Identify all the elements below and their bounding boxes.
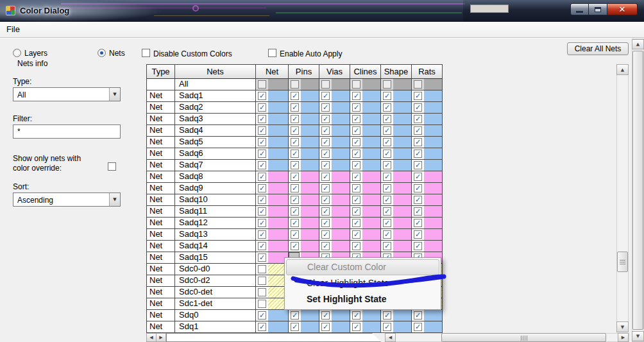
net-check-cell[interactable]: ✓ xyxy=(256,114,289,125)
table-row[interactable]: NetSadq1✓✓✓✓✓✓ xyxy=(147,90,443,102)
scroll-right-icon[interactable]: ▶ xyxy=(618,333,629,342)
column-header-rats[interactable]: Rats xyxy=(412,65,443,79)
net-checkbox[interactable]: ✓ xyxy=(321,196,330,204)
net-check-cell[interactable]: ✓ xyxy=(319,310,350,321)
net-check-cell[interactable]: ✓ xyxy=(319,241,350,252)
net-checkbox[interactable]: ✓ xyxy=(291,184,299,192)
list-tab[interactable] xyxy=(166,333,381,342)
table-row[interactable]: NetSadq4✓✓✓✓✓✓ xyxy=(147,125,443,137)
net-check-cell[interactable]: ✓ xyxy=(350,241,381,252)
table-row[interactable]: NetSadq3✓✓✓✓✓✓ xyxy=(147,114,443,125)
table-row[interactable]: NetSadq11✓✓✓✓✓✓ xyxy=(147,206,443,218)
color-swatch[interactable] xyxy=(362,229,380,240)
color-swatch[interactable] xyxy=(393,194,411,205)
color-swatch[interactable] xyxy=(332,241,350,252)
table-row[interactable]: NetSadq8✓✓✓✓✓✓ xyxy=(147,171,443,183)
net-checkbox[interactable]: ✓ xyxy=(258,150,266,158)
net-check-cell[interactable]: ✓ xyxy=(256,183,289,194)
net-checkbox[interactable]: ✓ xyxy=(291,126,299,135)
net-check-cell[interactable]: ✓ xyxy=(289,218,319,229)
net-check-cell[interactable]: ✓ xyxy=(256,102,289,114)
color-swatch[interactable] xyxy=(424,321,442,332)
net-checkbox[interactable]: ✓ xyxy=(258,323,266,331)
net-check-cell[interactable]: ✓ xyxy=(381,114,412,125)
net-checkbox[interactable]: ✓ xyxy=(414,196,422,204)
close-button[interactable]: ✕ xyxy=(607,3,638,15)
color-swatch[interactable] xyxy=(268,194,288,205)
net-checkbox[interactable]: ✓ xyxy=(383,161,391,169)
net-checkbox[interactable]: ✓ xyxy=(291,323,299,331)
color-swatch[interactable] xyxy=(268,114,288,124)
color-swatch[interactable] xyxy=(362,90,380,101)
net-check-cell[interactable]: ✓ xyxy=(289,90,319,102)
table-row[interactable]: NetSadq5✓✓✓✓✓✓ xyxy=(147,137,443,148)
net-checkbox[interactable]: ✓ xyxy=(352,161,360,169)
color-swatch[interactable] xyxy=(393,102,411,113)
net-check-cell[interactable]: ✓ xyxy=(350,148,381,160)
net-checkbox[interactable] xyxy=(291,80,299,89)
net-check-cell[interactable]: ✓ xyxy=(412,171,443,183)
color-swatch[interactable] xyxy=(332,194,350,205)
net-check-cell[interactable]: ✓ xyxy=(412,321,443,333)
color-swatch[interactable] xyxy=(301,102,319,113)
net-checkbox[interactable]: ✓ xyxy=(352,242,360,250)
color-swatch[interactable] xyxy=(424,79,442,90)
net-checkbox[interactable]: ✓ xyxy=(321,103,330,112)
net-checkbox[interactable]: ✓ xyxy=(321,184,330,192)
net-checkbox[interactable]: ✓ xyxy=(383,311,391,320)
net-check-cell[interactable] xyxy=(381,79,412,90)
menu-item-set-highlight-state[interactable]: Set Highlight State xyxy=(286,291,439,307)
net-checkbox[interactable] xyxy=(414,80,422,89)
color-swatch[interactable] xyxy=(268,148,288,159)
net-check-cell[interactable]: ✓ xyxy=(381,160,412,171)
color-swatch[interactable] xyxy=(393,171,411,182)
net-checkbox[interactable]: ✓ xyxy=(258,311,266,320)
color-swatch[interactable] xyxy=(268,218,288,228)
color-swatch[interactable] xyxy=(393,79,411,90)
color-swatch[interactable] xyxy=(393,183,411,194)
color-swatch[interactable] xyxy=(362,310,380,321)
color-swatch[interactable] xyxy=(301,125,319,136)
net-check-cell[interactable]: ✓ xyxy=(350,310,381,321)
net-check-cell[interactable]: ✓ xyxy=(256,125,289,137)
color-swatch[interactable] xyxy=(301,321,319,332)
net-check-cell[interactable]: ✓ xyxy=(319,125,350,137)
net-checkbox[interactable]: ✓ xyxy=(414,230,422,239)
enable-auto-apply-checkbox[interactable] xyxy=(268,49,276,57)
net-checkbox[interactable]: ✓ xyxy=(258,184,266,192)
net-checkbox[interactable]: ✓ xyxy=(321,126,330,135)
dialog-vscroll-thumb[interactable] xyxy=(632,51,643,330)
net-check-cell[interactable]: ✓ xyxy=(319,102,350,114)
net-check-cell[interactable] xyxy=(319,79,350,90)
maximize-button[interactable] xyxy=(589,3,607,15)
color-swatch[interactable] xyxy=(301,241,319,252)
net-check-cell[interactable]: ✓ xyxy=(350,206,381,218)
net-checkbox[interactable]: ✓ xyxy=(258,207,266,216)
color-swatch[interactable] xyxy=(332,183,350,194)
net-check-cell[interactable]: ✓ xyxy=(289,114,319,125)
net-check-cell[interactable]: ✓ xyxy=(256,229,289,241)
color-swatch[interactable] xyxy=(362,148,380,159)
net-checkbox[interactable] xyxy=(258,265,266,273)
net-checkbox[interactable] xyxy=(258,300,266,308)
color-swatch[interactable] xyxy=(393,321,411,332)
net-checkbox[interactable]: ✓ xyxy=(291,150,299,158)
net-checkbox[interactable]: ✓ xyxy=(383,138,391,146)
menu-file[interactable]: File xyxy=(0,22,26,37)
column-header-type[interactable]: Type xyxy=(147,65,175,79)
column-header-vias[interactable]: Vias xyxy=(319,65,350,79)
net-checkbox[interactable]: ✓ xyxy=(258,92,266,100)
net-checkbox[interactable]: ✓ xyxy=(383,150,391,158)
net-check-cell[interactable]: ✓ xyxy=(256,206,289,218)
scroll-down-icon[interactable]: ▼ xyxy=(616,321,629,332)
chevron-down-icon[interactable]: ▼ xyxy=(109,193,120,206)
title-bar[interactable]: Color Dialog ✕ xyxy=(0,0,644,22)
color-swatch[interactable] xyxy=(268,125,288,136)
disable-custom-colors-checkbox[interactable] xyxy=(142,49,150,57)
color-swatch[interactable] xyxy=(301,137,319,148)
net-checkbox[interactable]: ✓ xyxy=(352,115,360,123)
color-swatch[interactable] xyxy=(424,125,442,136)
net-checkbox[interactable]: ✓ xyxy=(414,115,422,123)
net-check-cell[interactable]: ✓ xyxy=(289,310,319,321)
color-swatch[interactable] xyxy=(332,125,350,136)
